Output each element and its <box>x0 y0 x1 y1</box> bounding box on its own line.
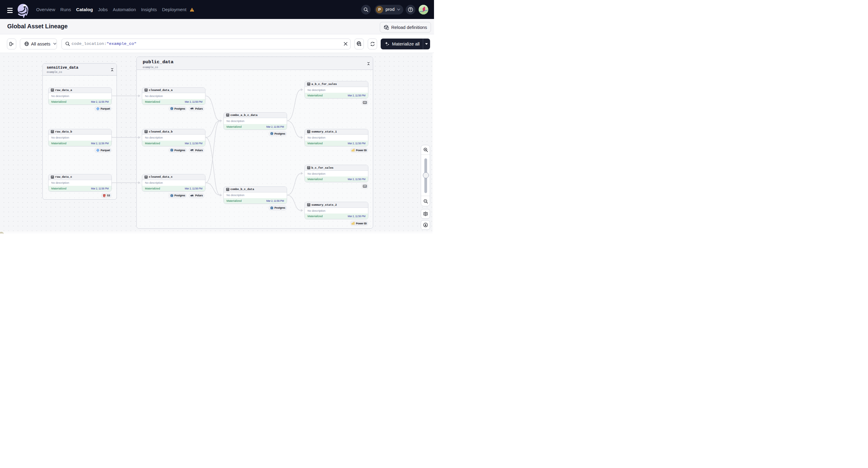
svg-text:csv: csv <box>364 186 366 187</box>
svg-text:csv: csv <box>364 102 366 103</box>
